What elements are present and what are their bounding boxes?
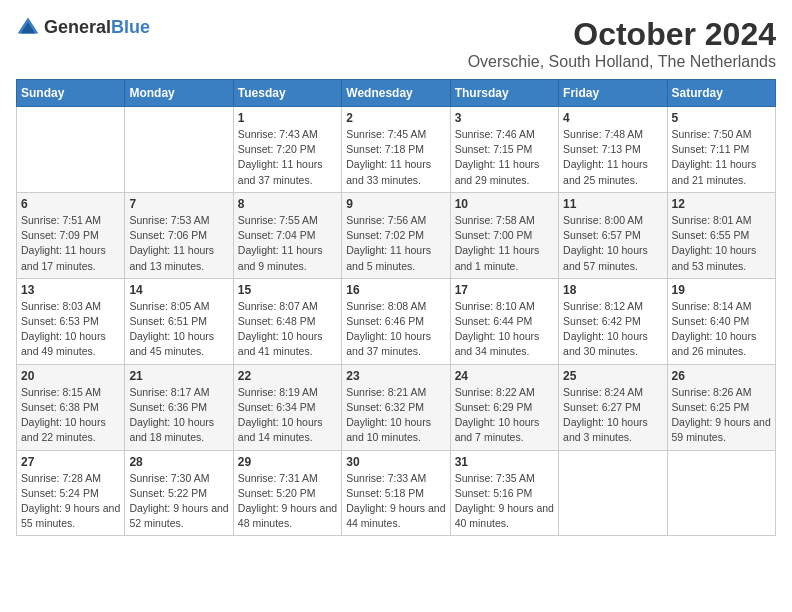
calendar-week-4: 20Sunrise: 8:15 AM Sunset: 6:38 PM Dayli…	[17, 364, 776, 450]
calendar-cell: 11Sunrise: 8:00 AM Sunset: 6:57 PM Dayli…	[559, 192, 667, 278]
day-info: Sunrise: 7:35 AM Sunset: 5:16 PM Dayligh…	[455, 471, 554, 532]
day-info: Sunrise: 7:30 AM Sunset: 5:22 PM Dayligh…	[129, 471, 228, 532]
calendar-cell: 19Sunrise: 8:14 AM Sunset: 6:40 PM Dayli…	[667, 278, 775, 364]
day-number: 9	[346, 197, 445, 211]
calendar-cell: 5Sunrise: 7:50 AM Sunset: 7:11 PM Daylig…	[667, 107, 775, 193]
calendar-location: Overschie, South Holland, The Netherland…	[468, 53, 776, 71]
day-number: 23	[346, 369, 445, 383]
day-number: 28	[129, 455, 228, 469]
calendar-week-3: 13Sunrise: 8:03 AM Sunset: 6:53 PM Dayli…	[17, 278, 776, 364]
day-info: Sunrise: 8:15 AM Sunset: 6:38 PM Dayligh…	[21, 385, 120, 446]
calendar-cell: 24Sunrise: 8:22 AM Sunset: 6:29 PM Dayli…	[450, 364, 558, 450]
weekday-header-sunday: Sunday	[17, 80, 125, 107]
calendar-table: SundayMondayTuesdayWednesdayThursdayFrid…	[16, 79, 776, 536]
calendar-cell: 28Sunrise: 7:30 AM Sunset: 5:22 PM Dayli…	[125, 450, 233, 536]
calendar-cell: 9Sunrise: 7:56 AM Sunset: 7:02 PM Daylig…	[342, 192, 450, 278]
calendar-cell: 16Sunrise: 8:08 AM Sunset: 6:46 PM Dayli…	[342, 278, 450, 364]
weekday-header-row: SundayMondayTuesdayWednesdayThursdayFrid…	[17, 80, 776, 107]
day-info: Sunrise: 8:07 AM Sunset: 6:48 PM Dayligh…	[238, 299, 337, 360]
day-number: 25	[563, 369, 662, 383]
calendar-cell: 2Sunrise: 7:45 AM Sunset: 7:18 PM Daylig…	[342, 107, 450, 193]
day-number: 3	[455, 111, 554, 125]
day-number: 12	[672, 197, 771, 211]
calendar-cell: 21Sunrise: 8:17 AM Sunset: 6:36 PM Dayli…	[125, 364, 233, 450]
day-number: 2	[346, 111, 445, 125]
weekday-header-tuesday: Tuesday	[233, 80, 341, 107]
day-number: 21	[129, 369, 228, 383]
day-number: 10	[455, 197, 554, 211]
day-number: 18	[563, 283, 662, 297]
day-number: 16	[346, 283, 445, 297]
calendar-cell: 10Sunrise: 7:58 AM Sunset: 7:00 PM Dayli…	[450, 192, 558, 278]
page-header: GeneralBlue October 2024 Overschie, Sout…	[16, 16, 776, 71]
day-number: 29	[238, 455, 337, 469]
logo-blue-text: Blue	[111, 17, 150, 37]
calendar-cell: 30Sunrise: 7:33 AM Sunset: 5:18 PM Dayli…	[342, 450, 450, 536]
calendar-week-2: 6Sunrise: 7:51 AM Sunset: 7:09 PM Daylig…	[17, 192, 776, 278]
calendar-cell: 12Sunrise: 8:01 AM Sunset: 6:55 PM Dayli…	[667, 192, 775, 278]
day-info: Sunrise: 7:31 AM Sunset: 5:20 PM Dayligh…	[238, 471, 337, 532]
day-number: 8	[238, 197, 337, 211]
day-info: Sunrise: 7:53 AM Sunset: 7:06 PM Dayligh…	[129, 213, 228, 274]
day-number: 19	[672, 283, 771, 297]
day-number: 24	[455, 369, 554, 383]
calendar-cell: 3Sunrise: 7:46 AM Sunset: 7:15 PM Daylig…	[450, 107, 558, 193]
day-info: Sunrise: 8:05 AM Sunset: 6:51 PM Dayligh…	[129, 299, 228, 360]
calendar-cell: 31Sunrise: 7:35 AM Sunset: 5:16 PM Dayli…	[450, 450, 558, 536]
day-number: 13	[21, 283, 120, 297]
calendar-cell: 4Sunrise: 7:48 AM Sunset: 7:13 PM Daylig…	[559, 107, 667, 193]
day-number: 15	[238, 283, 337, 297]
day-info: Sunrise: 7:55 AM Sunset: 7:04 PM Dayligh…	[238, 213, 337, 274]
calendar-week-5: 27Sunrise: 7:28 AM Sunset: 5:24 PM Dayli…	[17, 450, 776, 536]
logo: GeneralBlue	[16, 16, 150, 40]
weekday-header-friday: Friday	[559, 80, 667, 107]
day-info: Sunrise: 7:45 AM Sunset: 7:18 PM Dayligh…	[346, 127, 445, 188]
day-number: 31	[455, 455, 554, 469]
day-info: Sunrise: 7:58 AM Sunset: 7:00 PM Dayligh…	[455, 213, 554, 274]
day-info: Sunrise: 8:21 AM Sunset: 6:32 PM Dayligh…	[346, 385, 445, 446]
calendar-cell: 27Sunrise: 7:28 AM Sunset: 5:24 PM Dayli…	[17, 450, 125, 536]
day-info: Sunrise: 8:03 AM Sunset: 6:53 PM Dayligh…	[21, 299, 120, 360]
calendar-header: SundayMondayTuesdayWednesdayThursdayFrid…	[17, 80, 776, 107]
day-info: Sunrise: 8:24 AM Sunset: 6:27 PM Dayligh…	[563, 385, 662, 446]
calendar-cell: 18Sunrise: 8:12 AM Sunset: 6:42 PM Dayli…	[559, 278, 667, 364]
calendar-cell: 22Sunrise: 8:19 AM Sunset: 6:34 PM Dayli…	[233, 364, 341, 450]
calendar-cell: 1Sunrise: 7:43 AM Sunset: 7:20 PM Daylig…	[233, 107, 341, 193]
day-info: Sunrise: 8:14 AM Sunset: 6:40 PM Dayligh…	[672, 299, 771, 360]
calendar-cell: 20Sunrise: 8:15 AM Sunset: 6:38 PM Dayli…	[17, 364, 125, 450]
calendar-cell: 14Sunrise: 8:05 AM Sunset: 6:51 PM Dayli…	[125, 278, 233, 364]
calendar-title: October 2024	[468, 16, 776, 53]
day-number: 27	[21, 455, 120, 469]
calendar-cell	[17, 107, 125, 193]
calendar-week-1: 1Sunrise: 7:43 AM Sunset: 7:20 PM Daylig…	[17, 107, 776, 193]
day-number: 4	[563, 111, 662, 125]
day-info: Sunrise: 7:48 AM Sunset: 7:13 PM Dayligh…	[563, 127, 662, 188]
day-number: 11	[563, 197, 662, 211]
calendar-cell	[125, 107, 233, 193]
weekday-header-thursday: Thursday	[450, 80, 558, 107]
day-info: Sunrise: 8:08 AM Sunset: 6:46 PM Dayligh…	[346, 299, 445, 360]
day-info: Sunrise: 7:56 AM Sunset: 7:02 PM Dayligh…	[346, 213, 445, 274]
day-info: Sunrise: 8:12 AM Sunset: 6:42 PM Dayligh…	[563, 299, 662, 360]
day-info: Sunrise: 8:00 AM Sunset: 6:57 PM Dayligh…	[563, 213, 662, 274]
day-info: Sunrise: 8:19 AM Sunset: 6:34 PM Dayligh…	[238, 385, 337, 446]
day-number: 20	[21, 369, 120, 383]
day-info: Sunrise: 8:01 AM Sunset: 6:55 PM Dayligh…	[672, 213, 771, 274]
calendar-body: 1Sunrise: 7:43 AM Sunset: 7:20 PM Daylig…	[17, 107, 776, 536]
day-info: Sunrise: 7:50 AM Sunset: 7:11 PM Dayligh…	[672, 127, 771, 188]
day-number: 5	[672, 111, 771, 125]
calendar-cell: 25Sunrise: 8:24 AM Sunset: 6:27 PM Dayli…	[559, 364, 667, 450]
calendar-cell: 7Sunrise: 7:53 AM Sunset: 7:06 PM Daylig…	[125, 192, 233, 278]
day-info: Sunrise: 8:26 AM Sunset: 6:25 PM Dayligh…	[672, 385, 771, 446]
calendar-cell: 8Sunrise: 7:55 AM Sunset: 7:04 PM Daylig…	[233, 192, 341, 278]
weekday-header-wednesday: Wednesday	[342, 80, 450, 107]
calendar-cell: 29Sunrise: 7:31 AM Sunset: 5:20 PM Dayli…	[233, 450, 341, 536]
day-info: Sunrise: 7:43 AM Sunset: 7:20 PM Dayligh…	[238, 127, 337, 188]
day-number: 14	[129, 283, 228, 297]
calendar-cell	[559, 450, 667, 536]
title-block: October 2024 Overschie, South Holland, T…	[468, 16, 776, 71]
weekday-header-monday: Monday	[125, 80, 233, 107]
day-number: 6	[21, 197, 120, 211]
day-number: 30	[346, 455, 445, 469]
calendar-cell: 17Sunrise: 8:10 AM Sunset: 6:44 PM Dayli…	[450, 278, 558, 364]
